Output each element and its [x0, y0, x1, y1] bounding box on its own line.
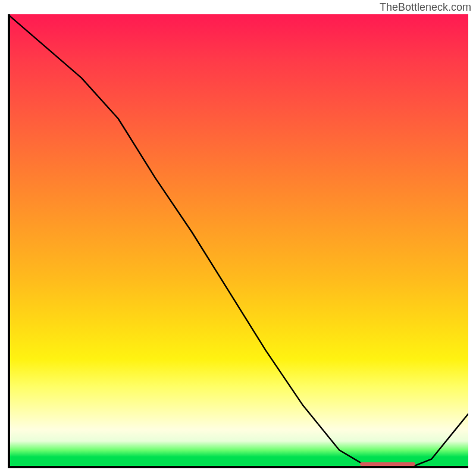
bottleneck-curve	[8, 14, 468, 468]
bottleneck-chart	[8, 14, 468, 468]
attribution-text: TheBottleneck.com	[380, 1, 471, 14]
minimum-band-marker	[360, 462, 415, 466]
curve-plot	[8, 14, 468, 468]
